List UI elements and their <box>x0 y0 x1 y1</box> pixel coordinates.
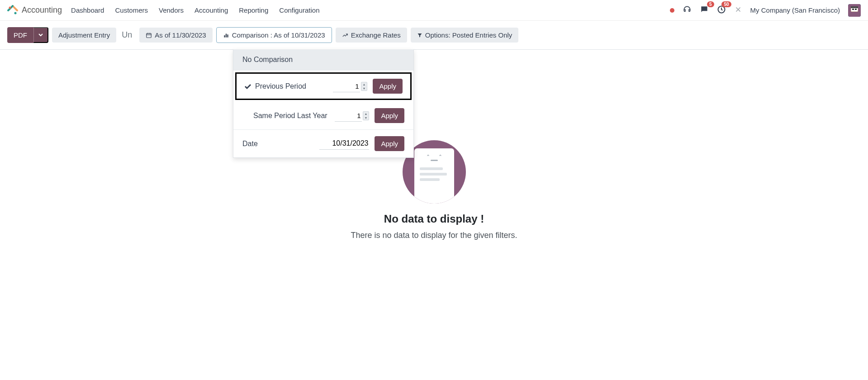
pdf-caret[interactable] <box>33 27 48 43</box>
date-apply[interactable]: Apply <box>375 136 404 151</box>
previous-period-apply[interactable]: Apply <box>373 79 403 94</box>
no-comparison-option[interactable]: No Comparison <box>233 49 413 71</box>
user-avatar[interactable] <box>848 4 861 17</box>
report-toolbar: PDF Adjustment Entry Un As of 11/30/2023… <box>0 21 868 50</box>
exchange-label: Exchange Rates <box>351 31 401 39</box>
status-dot <box>670 8 674 13</box>
messages-icon[interactable]: 5 <box>700 5 709 15</box>
nav-right: 5 50 My Company (San Francisco) <box>670 4 861 17</box>
svg-rect-17 <box>227 34 228 37</box>
nav-customers[interactable]: Customers <box>115 6 148 14</box>
date-label: Date <box>242 140 319 148</box>
pdf-split-button: PDF <box>7 27 48 43</box>
comparison-filter[interactable]: Comparison : As of 10/31/2023 <box>216 27 332 43</box>
same-period-label: Same Period Last Year <box>253 112 335 120</box>
same-period-apply[interactable]: Apply <box>375 108 404 123</box>
comparison-dropdown: No Comparison Previous Period ▲▼ Apply S… <box>233 49 414 158</box>
nav-menu: Dashboard Customers Vendors Accounting R… <box>71 6 319 14</box>
date-option[interactable]: Date Apply <box>233 130 413 157</box>
breadcrumb-partial: Un <box>122 30 132 40</box>
no-comparison-label: No Comparison <box>242 56 293 64</box>
messages-badge: 5 <box>707 1 714 7</box>
previous-period-count[interactable] <box>333 81 360 92</box>
comparison-date-input[interactable] <box>319 138 369 150</box>
navbar: Accounting Dashboard Customers Vendors A… <box>0 0 868 21</box>
same-period-option[interactable]: Same Period Last Year ▲▼ Apply <box>233 102 413 130</box>
svg-rect-15 <box>224 35 225 38</box>
spin-down-icon[interactable]: ▼ <box>363 116 369 120</box>
empty-state: No data to display ! There is no data to… <box>0 140 868 240</box>
svg-rect-10 <box>851 6 858 8</box>
empty-title: No data to display ! <box>384 213 484 225</box>
svg-point-2 <box>9 6 11 9</box>
empty-subtitle: There is no data to display for the give… <box>351 231 517 240</box>
nav-dashboard[interactable]: Dashboard <box>71 6 104 14</box>
svg-rect-16 <box>226 33 227 37</box>
app-logo-icon <box>7 5 18 16</box>
spin-down-icon[interactable]: ▼ <box>361 86 367 90</box>
caret-down-icon <box>38 33 43 37</box>
nav-vendors[interactable]: Vendors <box>159 6 184 14</box>
nav-configuration[interactable]: Configuration <box>279 6 319 14</box>
previous-period-spinner[interactable]: ▲▼ <box>361 82 368 91</box>
pdf-button[interactable]: PDF <box>7 27 33 43</box>
spin-up-icon[interactable]: ▲ <box>363 112 369 116</box>
calendar-icon <box>146 32 152 38</box>
spin-up-icon[interactable]: ▲ <box>361 82 367 86</box>
nav-accounting[interactable]: Accounting <box>194 6 228 14</box>
brand[interactable]: Accounting <box>7 5 62 16</box>
company-selector[interactable]: My Company (San Francisco) <box>750 6 840 14</box>
filter-icon <box>417 33 422 38</box>
previous-period-option[interactable]: Previous Period ▲▼ Apply <box>235 72 412 100</box>
options-filter[interactable]: Options: Posted Entries Only <box>411 28 519 43</box>
check-icon <box>244 83 251 90</box>
app-title: Accounting <box>22 5 62 15</box>
line-chart-icon <box>342 32 348 38</box>
exchange-rates-filter[interactable]: Exchange Rates <box>336 28 407 43</box>
comparison-label: Comparison : As of 10/31/2023 <box>232 31 325 39</box>
activities-icon[interactable]: 50 <box>717 5 726 15</box>
same-period-spinner[interactable]: ▲▼ <box>363 111 370 120</box>
svg-point-3 <box>14 12 17 14</box>
svg-rect-9 <box>855 9 857 10</box>
same-period-count[interactable] <box>335 110 362 122</box>
bar-chart-icon <box>223 32 229 38</box>
support-icon[interactable] <box>683 5 692 15</box>
previous-period-label: Previous Period <box>255 82 333 90</box>
svg-rect-8 <box>852 9 854 10</box>
adjustment-entry-button[interactable]: Adjustment Entry <box>52 28 116 43</box>
nav-reporting[interactable]: Reporting <box>239 6 268 14</box>
svg-rect-11 <box>147 33 152 37</box>
options-label: Options: Posted Entries Only <box>425 31 512 39</box>
asof-label: As of 11/30/2023 <box>155 31 206 39</box>
activities-badge: 50 <box>721 1 731 7</box>
tools-icon[interactable] <box>734 5 742 15</box>
asof-filter[interactable]: As of 11/30/2023 <box>139 28 212 43</box>
